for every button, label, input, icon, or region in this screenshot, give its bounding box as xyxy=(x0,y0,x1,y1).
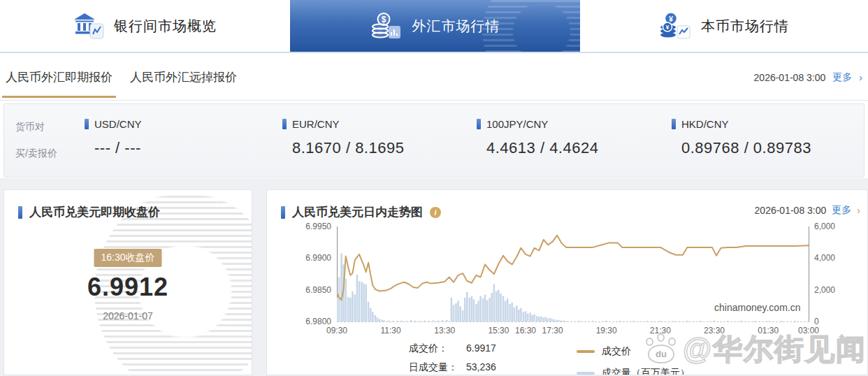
closing-price-value: 6.9912 xyxy=(4,273,252,302)
closing-time-badge: 16:30收盘价 xyxy=(94,249,161,267)
nav-tab-label: 银行间市场概览 xyxy=(114,17,217,36)
x-axis-tick: 19:30 xyxy=(596,326,617,335)
legend-label: 成交量（百万美元） xyxy=(602,367,690,375)
x-axis-tick: 16:30 xyxy=(515,326,536,335)
subtab-rmb-fx-forward-swap-quotes[interactable]: 人民币外汇远掉报价 xyxy=(130,55,237,100)
yuan-coins-icon: ¥ ¥ xyxy=(659,12,691,40)
legend-row: 成交价 xyxy=(577,345,690,358)
bid-ask-row-label: 买/卖报价 xyxy=(15,147,57,160)
pair-name: HKD/CNY xyxy=(681,118,729,130)
stat-label: 成交价： xyxy=(409,342,466,355)
stat-value: 53,236 xyxy=(466,361,496,374)
chart-bottom-axis xyxy=(337,321,809,322)
x-axis-tick: 15:30 xyxy=(488,326,509,335)
y-left-tick: 6.9850 xyxy=(280,285,331,295)
pair-name: EUR/CNY xyxy=(292,118,340,130)
bank-icon xyxy=(73,12,104,40)
chart-right-axis xyxy=(809,226,809,321)
bid-ask-quote: 8.1670 / 8.1695 xyxy=(292,139,404,157)
legend-row: 成交量（百万美元） xyxy=(577,367,690,375)
x-axis-tick: 11:30 xyxy=(381,326,401,335)
sub-navigation: 人民币外汇即期报价 人民币外汇远掉报价 2026-01-08 3:00 更多 › xyxy=(0,55,868,101)
chart-timestamp: 2026-01-08 3:00 xyxy=(755,205,827,216)
bid-ask-quote: 0.89768 / 0.89783 xyxy=(681,139,811,157)
more-link[interactable]: 更多 xyxy=(832,71,852,84)
stat-row: 成交价：6.9917 xyxy=(409,342,496,355)
x-axis-tick: 01:30 xyxy=(758,326,779,335)
currency-pair-row-label: 货币对 xyxy=(15,121,45,133)
intraday-chart-title: 人民币兑美元日内走势图 xyxy=(292,204,423,220)
pair-marker xyxy=(672,119,676,129)
y-right-tick: 4,000 xyxy=(814,253,856,263)
chinamoney-watermark: chinamoney.com.cn xyxy=(714,302,800,313)
nav-tab-label: 外汇市场行情 xyxy=(412,17,500,36)
subtab-label: 人民币外汇远掉报价 xyxy=(130,69,237,85)
fx-spot-quote-band: 货币对 买/卖报价 USD/CNY--- / ---EUR/CNY8.1670 … xyxy=(3,103,865,178)
top-navigation: 银行间市场概览 $ 外汇市场行 xyxy=(0,0,868,53)
closing-price-date: 2026-01-07 xyxy=(4,310,252,321)
svg-text:¥: ¥ xyxy=(665,24,669,31)
stat-label: 日成交量： xyxy=(409,361,466,374)
pair-marker xyxy=(477,119,481,129)
info-icon[interactable]: i xyxy=(430,207,441,218)
intraday-chart-card: 人民币兑美元日内走势图 i 2026-01-08 3:00 更多 › 6.995… xyxy=(266,189,868,375)
legend-label: 成交价 xyxy=(602,345,631,358)
x-axis-tick: 03:00 xyxy=(798,326,819,335)
chart-stats: 成交价：6.9917日成交量：53,236 xyxy=(409,342,496,375)
svg-text:¥: ¥ xyxy=(669,15,674,23)
nav-tab-local-currency-market[interactable]: ¥ ¥ 本币市场行情 xyxy=(580,0,868,52)
y-right-tick: 6,000 xyxy=(814,222,856,231)
y-right-tick: 2,000 xyxy=(814,285,856,295)
legend-swatch xyxy=(577,350,595,353)
chinamoney-fx-market-page: 银行间市场概览 $ 外汇市场行 xyxy=(0,0,868,376)
pair-name: 100JPY/CNY xyxy=(486,118,548,130)
x-axis-tick: 09:30 xyxy=(326,326,347,335)
nav-tab-fx-market[interactable]: $ 外汇市场行情 xyxy=(290,0,580,52)
chevron-right-icon[interactable]: › xyxy=(857,205,860,216)
stat-row: 日成交量：53,236 xyxy=(409,361,496,374)
y-right-tick: 0 xyxy=(814,317,856,326)
chevron-right-icon[interactable]: › xyxy=(859,72,862,83)
svg-text:$: $ xyxy=(381,15,386,24)
nav-tab-label: 本币市场行情 xyxy=(701,17,789,36)
dollar-coins-icon: $ xyxy=(370,12,403,40)
x-axis-tick: 21:30 xyxy=(650,326,671,335)
title-marker xyxy=(281,206,285,219)
closing-price-title: 人民币兑美元即期收盘价 xyxy=(29,204,160,220)
bid-ask-quote: 4.4613 / 4.4624 xyxy=(486,139,598,157)
pair-marker xyxy=(282,119,287,129)
stat-value: 6.9917 xyxy=(466,342,496,355)
pair-name: USD/CNY xyxy=(94,118,142,130)
title-marker xyxy=(18,206,22,219)
bid-ask-quote: --- / --- xyxy=(94,139,141,157)
y-left-tick: 6.9800 xyxy=(280,317,331,326)
y-left-tick: 6.9950 xyxy=(280,222,331,231)
spot-closing-price-card: 人民币兑美元即期收盘价 16:30收盘价 6.9912 2026-01-07 xyxy=(3,189,252,375)
chart-more-link[interactable]: 更多 xyxy=(832,204,851,217)
x-axis-tick: 23:30 xyxy=(704,326,725,335)
pair-marker xyxy=(85,119,89,129)
subtab-label: 人民币外汇即期报价 xyxy=(6,69,113,85)
legend-swatch xyxy=(577,372,595,375)
quote-timestamp: 2026-01-08 3:00 xyxy=(754,72,826,83)
subtab-rmb-fx-spot-quotes[interactable]: 人民币外汇即期报价 xyxy=(6,55,113,100)
chart-legend: 成交价成交量（百万美元） xyxy=(577,345,690,375)
x-axis-tick: 13:30 xyxy=(434,326,455,335)
x-axis-tick: 17:30 xyxy=(542,326,563,335)
nav-tab-interbank-overview[interactable]: 银行间市场概览 xyxy=(0,0,290,52)
y-left-tick: 6.9900 xyxy=(280,253,331,263)
